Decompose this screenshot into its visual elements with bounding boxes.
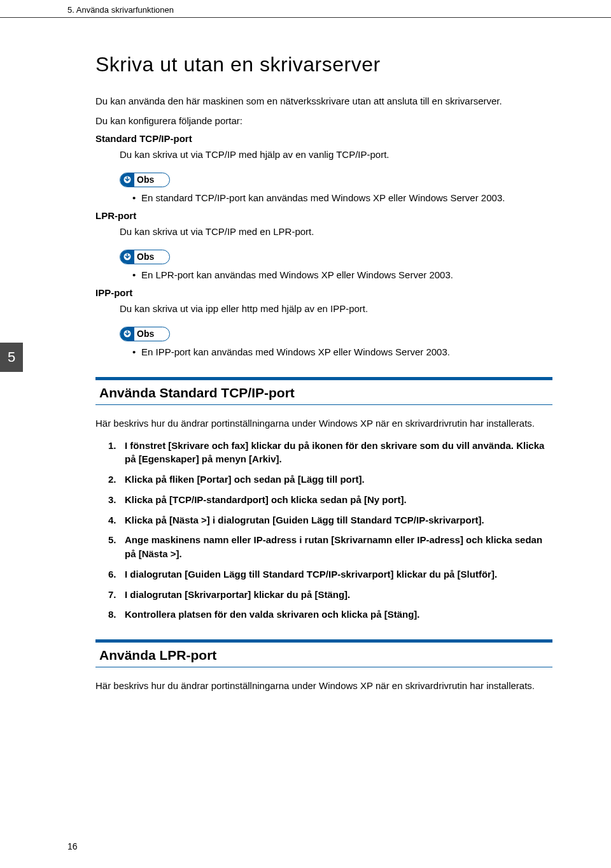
page-header: 5. Använda skrivarfunktionen <box>0 0 611 18</box>
intro-paragraph-1: Du kan använda den här maskinen som en n… <box>95 94 552 109</box>
port-desc-ipp: Du kan skriva ut via ipp eller http med … <box>120 302 552 317</box>
note-item-standard: En standard TCP/IP-port kan användas med… <box>132 191 552 206</box>
note-item-ipp: En IPP-port kan användas med Windows XP … <box>132 345 552 360</box>
port-label-standard: Standard TCP/IP-port <box>95 133 552 144</box>
section-desc-tcpip: Här beskrivs hur du ändrar portinställni… <box>95 416 552 431</box>
step-item: Klicka på [TCP/IP-standardport] och klic… <box>108 493 552 507</box>
note-label: Obs <box>134 329 154 339</box>
chapter-label: 5. Använda skrivarfunktionen <box>67 5 174 15</box>
note-badge: Obs <box>120 327 170 341</box>
note-badge: Obs <box>120 250 170 264</box>
section-body-tcpip: Här beskrivs hur du ändrar portinställni… <box>95 405 552 622</box>
step-item: I dialogrutan [Skrivarportar] klickar du… <box>108 588 552 602</box>
down-arrow-icon <box>120 250 134 264</box>
section-heading-tcpip: Använda Standard TCP/IP-port <box>95 377 552 405</box>
section-desc-lpr: Här beskrivs hur du ändrar portinställni… <box>95 679 552 694</box>
port-block-ipp: Du kan skriva ut via ipp eller http med … <box>95 302 552 359</box>
port-block-standard: Du kan skriva ut via TCP/IP med hjälp av… <box>95 148 552 205</box>
note-list-lpr: En LPR-port kan användas med Windows XP … <box>120 268 552 283</box>
note-label: Obs <box>134 174 154 185</box>
down-arrow-icon <box>120 327 134 341</box>
step-item: Ange maskinens namn eller IP-adress i ru… <box>108 533 552 561</box>
section-title-lpr: Använda LPR-port <box>99 648 552 663</box>
chapter-tab: 5 <box>0 343 23 372</box>
steps-list-tcpip: I fönstret [Skrivare och fax] klickar du… <box>95 439 552 622</box>
step-item: Kontrollera platsen för den valda skriva… <box>108 608 552 622</box>
page-title: Skriva ut utan en skrivarserver <box>95 53 552 76</box>
step-item: Klicka på [Nästa >] i dialogrutan [Guide… <box>108 513 552 527</box>
step-item: Klicka på fliken [Portar] och sedan på [… <box>108 473 552 487</box>
note-badge: Obs <box>120 173 170 187</box>
port-label-ipp: IPP-port <box>95 287 552 298</box>
page-content: Skriva ut utan en skrivarserver Du kan a… <box>0 18 611 694</box>
port-desc-standard: Du kan skriva ut via TCP/IP med hjälp av… <box>120 148 552 162</box>
note-item-lpr: En LPR-port kan användas med Windows XP … <box>132 268 552 283</box>
port-label-lpr: LPR-port <box>95 210 552 221</box>
section-body-lpr: Här beskrivs hur du ändrar portinställni… <box>95 667 552 694</box>
section-title-tcpip: Använda Standard TCP/IP-port <box>99 385 552 401</box>
section-heading-lpr: Använda LPR-port <box>95 639 552 667</box>
note-list-ipp: En IPP-port kan användas med Windows XP … <box>120 345 552 360</box>
note-list-standard: En standard TCP/IP-port kan användas med… <box>120 191 552 206</box>
intro-paragraph-2: Du kan konfigurera följande portar: <box>95 114 552 129</box>
step-item: I dialogrutan [Guiden Lägg till Standard… <box>108 567 552 581</box>
page-number: 16 <box>67 841 78 851</box>
step-item: I fönstret [Skrivare och fax] klickar du… <box>108 439 552 467</box>
down-arrow-icon <box>120 173 134 187</box>
port-desc-lpr: Du kan skriva ut via TCP/IP med en LPR-p… <box>120 225 552 239</box>
chapter-tab-number: 5 <box>8 349 15 366</box>
port-block-lpr: Du kan skriva ut via TCP/IP med en LPR-p… <box>95 225 552 282</box>
note-label: Obs <box>134 252 154 262</box>
